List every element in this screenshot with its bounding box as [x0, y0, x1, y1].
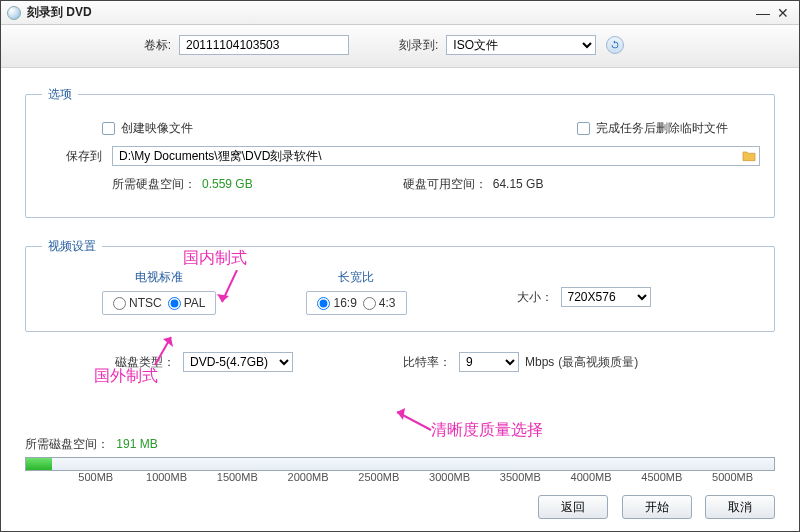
video-settings-group: 视频设置 电视标准 NTSC PAL 长宽比 16:9 4:3 大小： 720X… — [25, 238, 775, 332]
pal-label: PAL — [184, 296, 206, 310]
disc-row: 磁盘类型： DVD-5(4.7GB) 比特率： 9 Mbps (最高视频质量) — [115, 352, 775, 372]
title-bar: 刻录到 DVD — ✕ — [1, 1, 799, 25]
tick-label: 4000MB — [571, 471, 612, 483]
volume-input[interactable] — [179, 35, 349, 55]
progress-bar — [25, 457, 775, 471]
disc-type-select[interactable]: DVD-5(4.7GB) — [183, 352, 293, 372]
app-icon — [7, 6, 21, 20]
disk-space-row: 所需磁盘空间： 191 MB — [25, 436, 775, 453]
pal-radio[interactable] — [168, 297, 181, 310]
svg-marker-3 — [163, 337, 173, 347]
svg-line-4 — [397, 412, 431, 430]
delete-temp-label: 完成任务后删除临时文件 — [596, 120, 728, 137]
aspect-label: 长宽比 — [338, 269, 374, 286]
svg-marker-5 — [397, 408, 405, 420]
save-to-input[interactable] — [112, 146, 760, 166]
folder-icon[interactable] — [740, 148, 758, 164]
create-image-checkbox[interactable] — [102, 122, 115, 135]
tick-label: 3000MB — [429, 471, 470, 483]
bitrate-unit: Mbps — [525, 355, 554, 369]
free-space-value: 64.15 GB — [493, 177, 544, 191]
disk-space-label: 所需磁盘空间： — [25, 437, 109, 451]
size-select[interactable]: 720X576 — [561, 287, 651, 307]
video-settings-legend: 视频设置 — [42, 238, 102, 255]
window-title: 刻录到 DVD — [27, 4, 753, 21]
tick-label: 2500MB — [358, 471, 399, 483]
r169-radio[interactable] — [317, 297, 330, 310]
tick-label: 2000MB — [288, 471, 329, 483]
free-space-label: 硬盘可用空间： — [403, 176, 487, 193]
ntsc-radio[interactable] — [113, 297, 126, 310]
burn-to-select[interactable]: ISO文件 — [446, 35, 596, 55]
tick-label: 5000MB — [712, 471, 753, 483]
top-toolbar: 卷标: 刻录到: ISO文件 — [1, 25, 799, 68]
options-legend: 选项 — [42, 86, 78, 103]
cancel-button[interactable]: 取消 — [705, 495, 775, 519]
bottom-panel: 所需磁盘空间： 191 MB 500MB1000MB1500MB2000MB25… — [1, 430, 799, 531]
start-button[interactable]: 开始 — [622, 495, 692, 519]
tick-label: 1500MB — [217, 471, 258, 483]
tick-label: 1000MB — [146, 471, 187, 483]
refresh-button[interactable] — [606, 36, 624, 54]
r43-radio[interactable] — [363, 297, 376, 310]
aspect-box: 16:9 4:3 — [306, 291, 406, 315]
close-button[interactable]: ✕ — [773, 5, 793, 21]
create-image-label: 创建映像文件 — [121, 120, 193, 137]
req-space-label: 所需硬盘空间： — [112, 176, 196, 193]
tick-label: 500MB — [78, 471, 113, 483]
r43-label: 4:3 — [379, 296, 396, 310]
burn-to-label: 刻录到: — [399, 37, 438, 54]
tick-labels: 500MB1000MB1500MB2000MB2500MB3000MB3500M… — [25, 471, 775, 485]
disc-type-label: 磁盘类型： — [115, 354, 175, 371]
req-space-value: 0.559 GB — [202, 177, 253, 191]
disk-space-value: 191 MB — [116, 437, 157, 451]
volume-label: 卷标: — [21, 37, 171, 54]
tick-label: 3500MB — [500, 471, 541, 483]
tv-standard-label: 电视标准 — [135, 269, 183, 286]
size-label: 大小： — [517, 289, 553, 306]
bitrate-label: 比特率： — [403, 354, 451, 371]
options-group: 选项 创建映像文件 完成任务后删除临时文件 保存到 所需硬盘空间： 0.559 … — [25, 86, 775, 218]
bitrate-select[interactable]: 9 — [459, 352, 519, 372]
bitrate-hint: (最高视频质量) — [558, 354, 638, 371]
tick-label: 4500MB — [641, 471, 682, 483]
delete-temp-checkbox[interactable] — [577, 122, 590, 135]
save-to-label: 保存到 — [42, 148, 102, 165]
r169-label: 16:9 — [333, 296, 356, 310]
back-button[interactable]: 返回 — [538, 495, 608, 519]
minimize-button[interactable]: — — [753, 5, 773, 21]
refresh-icon — [610, 40, 620, 50]
tv-standard-box: NTSC PAL — [102, 291, 216, 315]
ntsc-label: NTSC — [129, 296, 162, 310]
